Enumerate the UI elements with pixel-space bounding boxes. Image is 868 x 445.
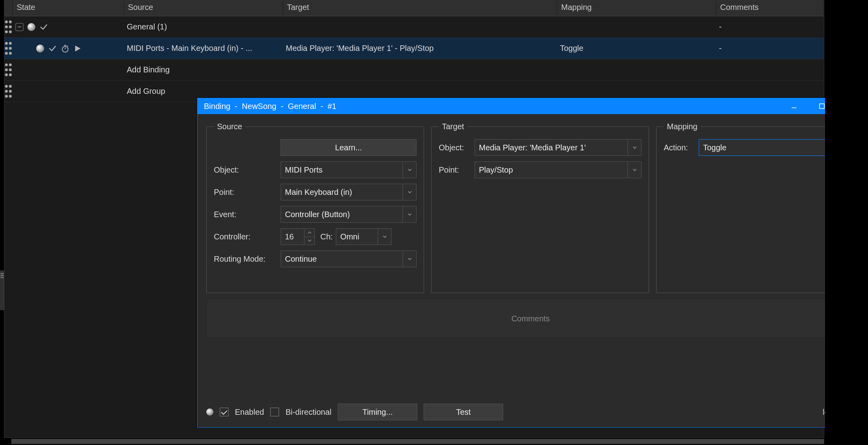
mapping-legend: Mapping xyxy=(664,122,701,131)
record-indicator-icon[interactable] xyxy=(206,408,213,416)
drag-handle-icon[interactable] xyxy=(4,63,12,77)
chevron-down-icon xyxy=(628,162,641,178)
svg-point-9 xyxy=(9,25,12,28)
enabled-label: Enabled xyxy=(235,408,264,417)
add-binding-label: Add Binding xyxy=(124,65,283,74)
comments-input[interactable]: Comments xyxy=(206,299,855,338)
right-gutter xyxy=(825,0,868,445)
svg-point-28 xyxy=(9,90,12,93)
source-group: Source Learn... Object: MIDI Ports Point… xyxy=(206,122,424,293)
svg-point-14 xyxy=(5,47,8,50)
svg-point-10 xyxy=(5,31,8,33)
spinner-down-button[interactable] xyxy=(304,237,314,245)
svg-point-7 xyxy=(9,21,12,23)
binding-mapping: Toggle xyxy=(557,44,716,53)
add-binding-row[interactable]: Add Binding xyxy=(4,59,824,81)
svg-point-21 xyxy=(5,68,8,71)
chevron-down-icon xyxy=(628,140,641,155)
comments-placeholder: Comments xyxy=(511,314,550,323)
svg-rect-37 xyxy=(820,104,824,109)
binding-row[interactable]: MIDI Ports - Main Keyboard (in) - ... Me… xyxy=(4,38,824,59)
chevron-down-icon xyxy=(403,162,416,178)
svg-point-35 xyxy=(0,277,2,278)
source-point-label: Point: xyxy=(214,188,281,197)
svg-point-27 xyxy=(5,90,8,93)
source-point-select[interactable]: Main Keyboard (in) xyxy=(281,184,417,200)
svg-point-12 xyxy=(5,42,8,45)
target-point-select[interactable]: Play/Stop xyxy=(475,161,641,178)
columns-header: State Source Target Mapping Comments xyxy=(4,0,824,16)
svg-point-26 xyxy=(9,85,12,88)
collapse-toggle[interactable]: − xyxy=(15,23,23,31)
learn-button[interactable]: Learn... xyxy=(281,139,417,156)
routing-mode-select[interactable]: Continue xyxy=(281,251,417,267)
svg-point-20 xyxy=(9,64,12,66)
group-row[interactable]: − General (1) - xyxy=(4,16,824,38)
svg-point-18 xyxy=(62,46,68,52)
record-indicator-icon[interactable] xyxy=(36,45,44,52)
target-object-label: Object: xyxy=(439,143,475,152)
record-indicator-icon[interactable] xyxy=(27,23,35,31)
binding-comments: - xyxy=(716,44,824,53)
svg-point-15 xyxy=(9,47,12,50)
play-icon[interactable] xyxy=(74,45,81,52)
svg-point-6 xyxy=(5,21,8,23)
target-point-label: Point: xyxy=(439,165,475,175)
channel-select[interactable]: Omni xyxy=(336,228,391,245)
minimize-button[interactable] xyxy=(780,98,808,114)
svg-point-19 xyxy=(5,64,8,66)
source-event-select[interactable]: Controller (Button) xyxy=(281,206,417,223)
channel-label: Ch: xyxy=(320,232,333,241)
spinner-up-button[interactable] xyxy=(304,229,314,237)
timing-button[interactable]: Timing... xyxy=(338,404,417,420)
source-object-label: Object: xyxy=(214,165,281,175)
drag-handle-icon[interactable] xyxy=(4,41,12,55)
column-state[interactable]: State xyxy=(13,0,124,16)
svg-point-8 xyxy=(5,25,8,28)
group-comments: - xyxy=(716,22,824,31)
drag-handle-icon[interactable] xyxy=(4,84,12,98)
svg-point-22 xyxy=(9,68,12,71)
target-legend: Target xyxy=(439,122,467,131)
column-source[interactable]: Source xyxy=(124,0,283,16)
column-target[interactable]: Target xyxy=(283,0,557,16)
svg-point-32 xyxy=(2,273,3,274)
controller-number-input[interactable]: 16 xyxy=(281,228,315,245)
binding-dialog: Binding - NewSong - General - #1 Source … xyxy=(197,98,864,428)
group-name: General (1) xyxy=(124,22,283,31)
action-label: Action: xyxy=(664,143,699,152)
svg-point-13 xyxy=(9,42,12,45)
add-group-label: Add Group xyxy=(124,87,283,96)
chevron-down-icon xyxy=(403,251,416,267)
binding-target: Media Player: 'Media Player 1' - Play/St… xyxy=(283,44,557,53)
routing-mode-label: Routing Mode: xyxy=(214,255,281,264)
source-object-select[interactable]: MIDI Ports xyxy=(281,161,417,178)
test-button[interactable]: Test xyxy=(424,404,503,420)
enabled-check-icon xyxy=(48,44,57,53)
svg-point-31 xyxy=(0,273,2,274)
svg-point-17 xyxy=(9,52,12,55)
svg-point-30 xyxy=(9,95,12,98)
header-handle-gutter xyxy=(4,0,13,16)
svg-point-23 xyxy=(5,74,8,76)
svg-point-34 xyxy=(2,275,3,276)
binding-source: MIDI Ports - Main Keyboard (in) - ... xyxy=(124,44,283,53)
drag-handle-icon[interactable] xyxy=(4,20,12,34)
column-comments[interactable]: Comments xyxy=(716,0,824,16)
source-controller-label: Controller: xyxy=(214,232,281,241)
column-mapping[interactable]: Mapping xyxy=(557,0,716,16)
bidirectional-checkbox[interactable] xyxy=(270,408,279,416)
svg-point-25 xyxy=(5,85,8,88)
chevron-down-icon xyxy=(403,206,416,222)
target-group: Target Object: Media Player: 'Media Play… xyxy=(431,122,649,293)
bidirectional-label: Bi-directional xyxy=(285,408,331,417)
chevron-down-icon xyxy=(378,229,391,245)
target-object-select[interactable]: Media Player: 'Media Player 1' xyxy=(475,139,641,156)
timing-icon[interactable] xyxy=(61,44,70,53)
dialog-titlebar[interactable]: Binding - NewSong - General - #1 xyxy=(198,98,864,114)
left-strip-handle[interactable] xyxy=(0,270,4,310)
svg-point-16 xyxy=(5,52,8,55)
svg-point-24 xyxy=(9,74,12,76)
enabled-checkbox[interactable] xyxy=(220,408,229,416)
horizontal-scrollbar[interactable] xyxy=(11,439,824,444)
